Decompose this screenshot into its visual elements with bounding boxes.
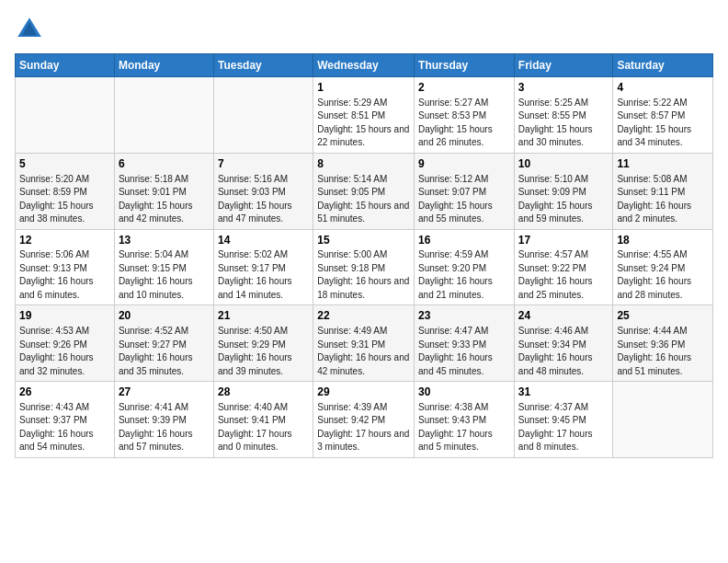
day-number: 16 bbox=[418, 233, 510, 248]
day-info: Sunrise: 5:04 AM Sunset: 9:15 PM Dayligh… bbox=[119, 248, 210, 302]
week-row-5: 26Sunrise: 4:43 AM Sunset: 9:37 PM Dayli… bbox=[16, 382, 713, 458]
day-cell: 24Sunrise: 4:46 AM Sunset: 9:34 PM Dayli… bbox=[514, 305, 613, 382]
day-number: 19 bbox=[19, 308, 110, 324]
day-info: Sunrise: 4:50 AM Sunset: 9:29 PM Dayligh… bbox=[218, 325, 309, 378]
day-cell: 31Sunrise: 4:37 AM Sunset: 9:45 PM Dayli… bbox=[514, 382, 613, 458]
week-row-2: 5Sunrise: 5:20 AM Sunset: 8:59 PM Daylig… bbox=[16, 153, 713, 229]
day-number: 7 bbox=[218, 156, 309, 172]
day-cell: 26Sunrise: 4:43 AM Sunset: 9:37 PM Dayli… bbox=[16, 382, 115, 458]
day-number: 23 bbox=[418, 308, 510, 324]
day-info: Sunrise: 4:41 AM Sunset: 9:39 PM Dayligh… bbox=[119, 401, 210, 454]
day-info: Sunrise: 4:53 AM Sunset: 9:26 PM Dayligh… bbox=[19, 325, 110, 378]
day-cell: 7Sunrise: 5:16 AM Sunset: 9:03 PM Daylig… bbox=[213, 153, 313, 229]
day-cell: 20Sunrise: 4:52 AM Sunset: 9:27 PM Dayli… bbox=[114, 305, 213, 382]
day-cell: 10Sunrise: 5:10 AM Sunset: 9:09 PM Dayli… bbox=[514, 153, 613, 229]
day-number: 11 bbox=[617, 156, 709, 172]
day-cell: 12Sunrise: 5:06 AM Sunset: 9:13 PM Dayli… bbox=[16, 229, 115, 305]
logo-icon bbox=[15, 15, 44, 44]
day-info: Sunrise: 5:22 AM Sunset: 8:57 PM Dayligh… bbox=[617, 97, 709, 150]
day-cell: 13Sunrise: 5:04 AM Sunset: 9:15 PM Dayli… bbox=[114, 229, 213, 305]
day-number: 31 bbox=[518, 385, 609, 400]
day-number: 9 bbox=[418, 156, 510, 172]
day-info: Sunrise: 4:49 AM Sunset: 9:31 PM Dayligh… bbox=[317, 325, 410, 378]
col-header-saturday: Saturday bbox=[613, 54, 713, 77]
day-info: Sunrise: 4:43 AM Sunset: 9:37 PM Dayligh… bbox=[19, 401, 110, 454]
col-header-thursday: Thursday bbox=[415, 54, 515, 77]
day-number: 18 bbox=[617, 233, 709, 248]
day-cell: 8Sunrise: 5:14 AM Sunset: 9:05 PM Daylig… bbox=[313, 153, 415, 229]
day-number: 14 bbox=[218, 233, 309, 248]
week-row-4: 19Sunrise: 4:53 AM Sunset: 9:26 PM Dayli… bbox=[16, 305, 713, 382]
day-info: Sunrise: 5:00 AM Sunset: 9:18 PM Dayligh… bbox=[317, 248, 410, 302]
day-info: Sunrise: 5:10 AM Sunset: 9:09 PM Dayligh… bbox=[518, 173, 609, 226]
day-cell: 1Sunrise: 5:29 AM Sunset: 8:51 PM Daylig… bbox=[313, 77, 415, 154]
day-info: Sunrise: 5:02 AM Sunset: 9:17 PM Dayligh… bbox=[218, 248, 309, 302]
col-header-tuesday: Tuesday bbox=[213, 54, 313, 77]
week-row-1: 1Sunrise: 5:29 AM Sunset: 8:51 PM Daylig… bbox=[16, 77, 713, 154]
day-info: Sunrise: 5:29 AM Sunset: 8:51 PM Dayligh… bbox=[317, 97, 410, 150]
day-number: 12 bbox=[19, 233, 110, 248]
day-cell: 16Sunrise: 4:59 AM Sunset: 9:20 PM Dayli… bbox=[415, 229, 515, 305]
day-number: 5 bbox=[19, 156, 110, 172]
day-number: 13 bbox=[119, 233, 210, 248]
day-info: Sunrise: 4:40 AM Sunset: 9:41 PM Dayligh… bbox=[218, 401, 309, 454]
day-info: Sunrise: 5:27 AM Sunset: 8:53 PM Dayligh… bbox=[418, 97, 510, 150]
day-number: 24 bbox=[518, 308, 609, 324]
day-cell bbox=[114, 77, 213, 154]
calendar-table: SundayMondayTuesdayWednesdayThursdayFrid… bbox=[15, 53, 713, 458]
header-row: SundayMondayTuesdayWednesdayThursdayFrid… bbox=[16, 54, 713, 77]
day-info: Sunrise: 4:59 AM Sunset: 9:20 PM Dayligh… bbox=[418, 248, 510, 302]
day-cell bbox=[213, 77, 313, 154]
day-cell: 27Sunrise: 4:41 AM Sunset: 9:39 PM Dayli… bbox=[114, 382, 213, 458]
day-number: 22 bbox=[317, 308, 410, 324]
day-cell: 14Sunrise: 5:02 AM Sunset: 9:17 PM Dayli… bbox=[213, 229, 313, 305]
day-number: 1 bbox=[317, 80, 410, 96]
day-number: 27 bbox=[119, 385, 210, 400]
day-info: Sunrise: 5:14 AM Sunset: 9:05 PM Dayligh… bbox=[317, 173, 410, 226]
day-number: 26 bbox=[19, 385, 110, 400]
week-row-3: 12Sunrise: 5:06 AM Sunset: 9:13 PM Dayli… bbox=[16, 229, 713, 305]
day-number: 6 bbox=[119, 156, 210, 172]
day-cell: 17Sunrise: 4:57 AM Sunset: 9:22 PM Dayli… bbox=[514, 229, 613, 305]
day-info: Sunrise: 4:46 AM Sunset: 9:34 PM Dayligh… bbox=[518, 325, 609, 378]
day-number: 8 bbox=[317, 156, 410, 172]
day-cell: 23Sunrise: 4:47 AM Sunset: 9:33 PM Dayli… bbox=[415, 305, 515, 382]
day-info: Sunrise: 5:16 AM Sunset: 9:03 PM Dayligh… bbox=[218, 173, 309, 226]
day-cell: 21Sunrise: 4:50 AM Sunset: 9:29 PM Dayli… bbox=[213, 305, 313, 382]
logo bbox=[15, 15, 48, 44]
day-cell: 4Sunrise: 5:22 AM Sunset: 8:57 PM Daylig… bbox=[613, 77, 713, 154]
day-cell: 6Sunrise: 5:18 AM Sunset: 9:01 PM Daylig… bbox=[114, 153, 213, 229]
day-number: 21 bbox=[218, 308, 309, 324]
day-info: Sunrise: 4:52 AM Sunset: 9:27 PM Dayligh… bbox=[119, 325, 210, 378]
day-info: Sunrise: 5:18 AM Sunset: 9:01 PM Dayligh… bbox=[119, 173, 210, 226]
col-header-wednesday: Wednesday bbox=[313, 54, 415, 77]
day-info: Sunrise: 4:39 AM Sunset: 9:42 PM Dayligh… bbox=[317, 401, 410, 454]
day-cell: 5Sunrise: 5:20 AM Sunset: 8:59 PM Daylig… bbox=[16, 153, 115, 229]
day-cell: 25Sunrise: 4:44 AM Sunset: 9:36 PM Dayli… bbox=[613, 305, 713, 382]
day-number: 3 bbox=[518, 80, 609, 96]
day-cell: 15Sunrise: 5:00 AM Sunset: 9:18 PM Dayli… bbox=[313, 229, 415, 305]
day-number: 28 bbox=[218, 385, 309, 400]
day-info: Sunrise: 4:57 AM Sunset: 9:22 PM Dayligh… bbox=[518, 248, 609, 302]
day-cell: 11Sunrise: 5:08 AM Sunset: 9:11 PM Dayli… bbox=[613, 153, 713, 229]
day-cell: 2Sunrise: 5:27 AM Sunset: 8:53 PM Daylig… bbox=[415, 77, 515, 154]
day-info: Sunrise: 5:25 AM Sunset: 8:55 PM Dayligh… bbox=[518, 97, 609, 150]
day-info: Sunrise: 4:55 AM Sunset: 9:24 PM Dayligh… bbox=[617, 248, 709, 302]
header bbox=[15, 15, 713, 44]
page: SundayMondayTuesdayWednesdayThursdayFrid… bbox=[0, 0, 728, 465]
day-cell: 18Sunrise: 4:55 AM Sunset: 9:24 PM Dayli… bbox=[613, 229, 713, 305]
day-number: 30 bbox=[418, 385, 510, 400]
day-number: 20 bbox=[119, 308, 210, 324]
day-number: 4 bbox=[617, 80, 709, 96]
day-cell: 30Sunrise: 4:38 AM Sunset: 9:43 PM Dayli… bbox=[415, 382, 515, 458]
day-info: Sunrise: 4:38 AM Sunset: 9:43 PM Dayligh… bbox=[418, 401, 510, 454]
day-cell: 29Sunrise: 4:39 AM Sunset: 9:42 PM Dayli… bbox=[313, 382, 415, 458]
day-cell: 28Sunrise: 4:40 AM Sunset: 9:41 PM Dayli… bbox=[213, 382, 313, 458]
day-cell bbox=[613, 382, 713, 458]
day-number: 10 bbox=[518, 156, 609, 172]
day-info: Sunrise: 5:20 AM Sunset: 8:59 PM Dayligh… bbox=[19, 173, 110, 226]
day-info: Sunrise: 4:37 AM Sunset: 9:45 PM Dayligh… bbox=[518, 401, 609, 454]
day-cell: 3Sunrise: 5:25 AM Sunset: 8:55 PM Daylig… bbox=[514, 77, 613, 154]
day-info: Sunrise: 5:06 AM Sunset: 9:13 PM Dayligh… bbox=[19, 248, 110, 302]
day-number: 17 bbox=[518, 233, 609, 248]
